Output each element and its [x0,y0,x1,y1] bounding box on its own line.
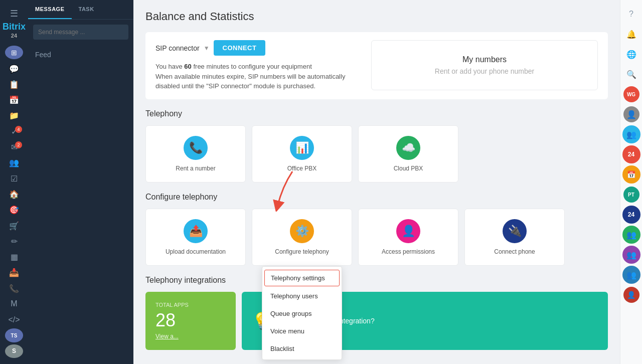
left-sidebar: ☰ Bitrix24 ⊞ 💬 📋 📅 📁 ✓ 4 ✉ 2 👥 ☑ 🏠 🎯 🛒 ✏… [0,0,28,364]
marker-icon[interactable]: M [5,297,23,311]
cart-icon[interactable]: 🛒 [5,219,23,232]
total-apps-label: TOTAL APPS [155,302,226,308]
hamburger-icon[interactable]: ☰ [7,5,21,22]
integrations-section-title: Telephony integrations [145,276,608,285]
home-icon[interactable]: 🏠 [5,188,23,201]
message-input[interactable] [33,25,128,40]
sip-connector-label: SIP connector [155,44,200,52]
office-pbx-label: Office PBX [287,165,316,172]
team-icon-4[interactable]: 👥 [622,266,640,284]
inbox-icon[interactable]: 📥 [5,266,23,279]
connect-phone-icon: 🔌 [503,219,527,243]
grid-icon[interactable]: ▦ [5,250,23,264]
sip-selector: SIP connector ▼ CONNECT [155,40,361,56]
sip-chevron-icon[interactable]: ▼ [204,45,210,52]
integrations-row: TOTAL APPS 28 View a... 💡 Need a suggest… [145,292,608,350]
s-avatar[interactable]: S [5,344,23,358]
dropdown-telephony-settings[interactable]: Telephony settings [264,270,340,286]
user-avatar[interactable]: 👤 [623,106,639,122]
connect-phone-card[interactable]: 🔌 Connect phone [464,209,565,266]
sip-connect-button[interactable]: CONNECT [214,40,266,56]
right-sidebar: ? 🔔 🌐 🔍 WG 👤 👥 24 📅 PT 24 👥 👥 👥 👤 [620,0,642,364]
telephony-section-title: Telephony [145,109,608,118]
tab-task[interactable]: TASK [72,0,101,19]
configure-section-title: Configure telephony [145,193,608,202]
edit-icon[interactable]: ✏ [5,235,23,248]
upload-docs-label: Upload documentation [166,248,226,255]
office-pbx-card[interactable]: 📊 Office PBX [252,125,352,183]
sip-connector-card: SIP connector ▼ CONNECT You have 60 free… [145,32,608,99]
check-icon[interactable]: ☑ [5,171,23,185]
access-permissions-label: Access permissions [382,248,435,255]
dropdown-telephony-users[interactable]: Telephony users [262,287,342,305]
my-numbers-card: My numbers Rent or add your phone number [371,40,598,90]
total-apps-count: 28 [155,310,226,331]
rent-number-icon: 📞 [184,136,208,160]
connect-phone-label: Connect phone [494,248,535,255]
page-title: Balance and Statistics [145,10,608,23]
rent-number-label: Rent a number [176,165,215,172]
cloud-pbx-card[interactable]: ☁️ Cloud PBX [358,125,458,183]
notification-icon[interactable]: 🔔 [622,25,640,43]
tasks-badge: 4 [15,126,22,133]
access-permissions-card[interactable]: 👤 Access permissions [358,209,458,266]
tab-message[interactable]: MESSAGE [28,0,72,19]
upload-docs-icon: 📤 [184,219,208,243]
total-apps-card[interactable]: TOTAL APPS 28 View a... [145,292,236,350]
phone-icon[interactable]: 📞 [5,282,23,295]
feed-icon[interactable]: 📋 [5,78,23,91]
panel-area: MESSAGE TASK Feed [28,0,133,364]
bitrix24-icon2[interactable]: 24 [622,206,640,224]
office-pbx-icon: 📊 [290,136,314,160]
wg-avatar[interactable]: WG [623,86,639,102]
cloud-pbx-icon: ☁️ [396,136,420,160]
user-photo[interactable]: 👤 [623,287,639,303]
tasks-icon[interactable]: ✓ 4 [5,125,23,138]
dropdown-queue-groups[interactable]: Queue groups [262,305,342,322]
crm-icon[interactable]: ⊞ [5,46,23,59]
configure-telephony-dropdown: Telephony settings Telephony users Queue… [262,266,342,360]
sip-left: SIP connector ▼ CONNECT You have 60 free… [155,40,361,91]
my-numbers-placeholder: Rent or add your phone number [435,67,534,75]
calendar-right-icon[interactable]: 📅 [622,165,640,184]
brand-name: Bitrix24 [3,22,26,39]
access-permissions-icon: 👤 [396,219,420,243]
upload-docs-card[interactable]: 📤 Upload documentation [145,209,246,266]
dropdown-blacklist[interactable]: Blacklist [262,340,342,357]
dropdown-voice-menu[interactable]: Voice menu [262,322,342,340]
telephony-cards: 📞 Rent a number 📊 Office PBX ☁️ Cloud PB… [145,125,608,183]
pt-avatar[interactable]: PT [623,187,639,203]
feed-title: Feed [28,45,133,65]
bitrix24-icon[interactable]: 24 [622,145,640,163]
contacts-icon[interactable]: 👥 [5,156,23,169]
view-all-link[interactable]: View a... [155,333,226,340]
team-icon-1[interactable]: 👥 [622,125,640,143]
chat-icon[interactable]: 💬 [5,62,23,75]
ts-avatar[interactable]: TS [5,328,23,342]
mail-icon[interactable]: ✉ 2 [5,140,23,154]
logo-area: ☰ Bitrix24 [3,5,26,39]
team-icon-3[interactable]: 👥 [622,246,640,264]
rent-a-number-card[interactable]: 📞 Rent a number [145,125,246,183]
cloud-pbx-label: Cloud PBX [394,165,423,172]
configure-cards: 📤 Upload documentation ⚙️ Configure tele… [145,209,608,266]
help-icon[interactable]: ? [622,5,640,23]
sip-info: You have 60 free minutes to configure yo… [155,62,361,91]
mail-badge: 2 [15,141,22,148]
panel-input-area [28,20,133,45]
main-content: Balance and Statistics SIP connector ▼ C… [133,0,620,364]
configure-telephony-label: Configure telephony [275,248,329,255]
code-icon[interactable]: </> [5,313,23,326]
panel-tabs: MESSAGE TASK [28,0,133,20]
search-icon[interactable]: 🔍 [622,65,640,83]
calendar-icon[interactable]: 📅 [5,93,23,107]
docs-icon[interactable]: 📁 [5,109,23,122]
globe-icon[interactable]: 🌐 [622,45,640,63]
configure-telephony-icon: ⚙️ [290,219,314,243]
team-icon-2[interactable]: 👥 [622,226,640,244]
target-icon[interactable]: 🎯 [5,203,23,217]
configure-telephony-card[interactable]: ⚙️ Configure telephony Telephony setting… [252,209,352,266]
my-numbers-title: My numbers [435,55,534,64]
